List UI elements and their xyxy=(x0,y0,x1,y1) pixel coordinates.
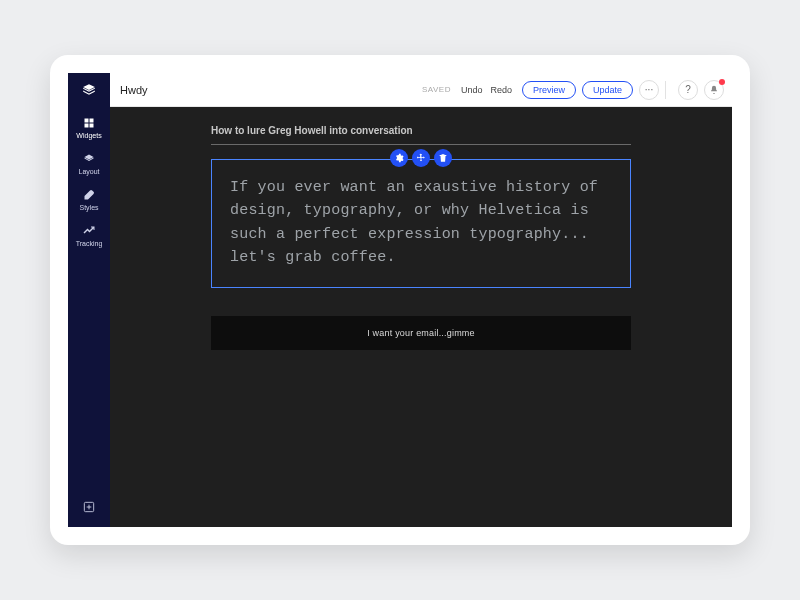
sidebar-item-label: Layout xyxy=(78,168,99,175)
trash-icon xyxy=(438,153,448,163)
bell-icon xyxy=(709,85,719,95)
sidebar-item-tracking[interactable]: Tracking xyxy=(76,225,103,247)
divider xyxy=(665,81,666,99)
help-button[interactable]: ? xyxy=(678,80,698,100)
content-divider xyxy=(211,144,631,145)
page-title: Hwdy xyxy=(110,84,148,96)
block-toolbar xyxy=(390,149,452,167)
content-heading[interactable]: How to lure Greg Howell into conversatio… xyxy=(211,125,631,136)
styles-icon xyxy=(83,189,95,201)
sidebar-item-label: Styles xyxy=(79,204,98,211)
top-bar: Hwdy SAVED Undo Redo Preview Update ··· … xyxy=(68,73,732,107)
sidebar-item-label: Tracking xyxy=(76,240,103,247)
sidebar-item-widgets[interactable]: Widgets xyxy=(76,117,101,139)
brand-logo[interactable] xyxy=(68,73,110,107)
block-move-button[interactable] xyxy=(412,149,430,167)
tracking-icon xyxy=(83,225,95,237)
cta-button[interactable]: I want your email...gimme xyxy=(211,316,631,350)
move-icon xyxy=(416,153,426,163)
sidebar-item-styles[interactable]: Styles xyxy=(79,189,98,211)
text-block-content[interactable]: If you ever want an exaustive history of… xyxy=(230,176,612,269)
notification-dot xyxy=(719,79,725,85)
block-settings-button[interactable] xyxy=(390,149,408,167)
help-icon: ? xyxy=(685,84,691,95)
editor-canvas[interactable]: How to lure Greg Howell into conversatio… xyxy=(110,107,732,527)
sidebar-item-label: Widgets xyxy=(76,132,101,139)
layout-icon xyxy=(83,153,95,165)
more-icon: ··· xyxy=(645,84,653,95)
page-content: How to lure Greg Howell into conversatio… xyxy=(211,125,631,350)
sidebar: Widgets Layout Styles Tracking xyxy=(68,107,110,527)
sidebar-add-button[interactable] xyxy=(82,500,96,515)
sidebar-item-layout[interactable]: Layout xyxy=(78,153,99,175)
device-frame: Hwdy SAVED Undo Redo Preview Update ··· … xyxy=(50,55,750,545)
saved-status: SAVED xyxy=(422,85,451,94)
block-delete-button[interactable] xyxy=(434,149,452,167)
gear-icon xyxy=(394,153,404,163)
undo-button[interactable]: Undo xyxy=(461,85,483,95)
add-icon xyxy=(82,500,96,514)
widgets-icon xyxy=(83,117,95,129)
preview-button[interactable]: Preview xyxy=(522,81,576,99)
update-button[interactable]: Update xyxy=(582,81,633,99)
layers-icon xyxy=(82,83,96,97)
more-button[interactable]: ··· xyxy=(639,80,659,100)
notifications-button[interactable] xyxy=(704,80,724,100)
redo-button[interactable]: Redo xyxy=(490,85,512,95)
app-body: Widgets Layout Styles Tracking xyxy=(68,107,732,527)
app-window: Hwdy SAVED Undo Redo Preview Update ··· … xyxy=(68,73,732,527)
selected-text-block[interactable]: If you ever want an exaustive history of… xyxy=(211,159,631,288)
